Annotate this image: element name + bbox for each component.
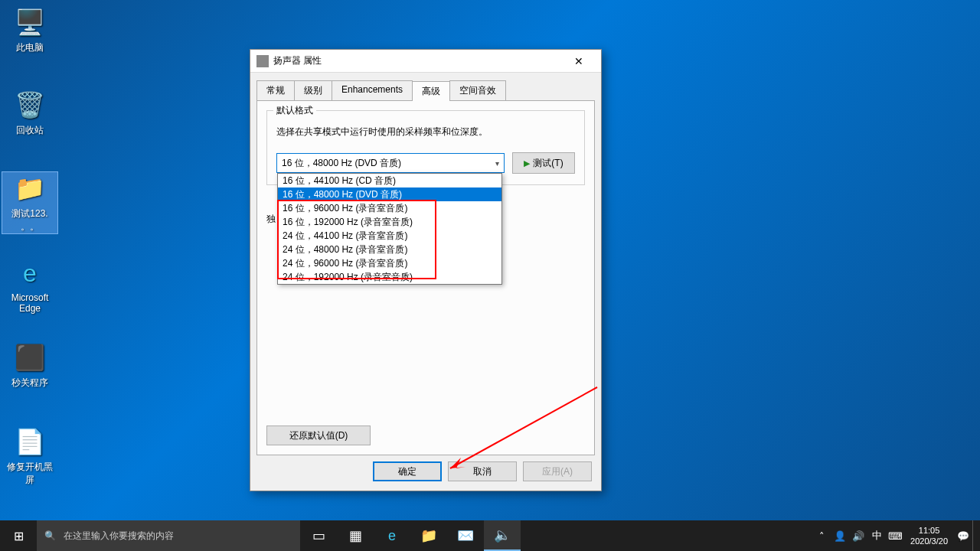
edge-icon: e bbox=[388, 528, 396, 544]
start-button[interactable]: ⊞ bbox=[0, 520, 37, 551]
app-icon: 📄 bbox=[14, 425, 46, 458]
tab-advanced[interactable]: 高级 bbox=[412, 81, 450, 101]
taskbar: ⊞ 🔍在这里输入你要搜索的内容 ▭ ▦ e 📁 ✉️ 🔈 ˄ 👤 🔊 中 ⌨ 1… bbox=[0, 520, 980, 551]
search-placeholder: 在这里输入你要搜索的内容 bbox=[64, 530, 174, 543]
format-option[interactable]: 24 位，192000 Hz (录音室音质) bbox=[278, 270, 501, 284]
keyboard-icon: ⌨ bbox=[888, 530, 903, 542]
search-icon: 🔍 bbox=[44, 530, 56, 541]
task-view-icon: ▭ bbox=[312, 527, 325, 544]
taskbar-edge[interactable]: e bbox=[374, 520, 410, 551]
speaker-icon: 🔈 bbox=[494, 527, 511, 543]
edge-icon: e bbox=[14, 257, 46, 289]
tab-general[interactable]: 常规 bbox=[256, 80, 295, 100]
test-button[interactable]: ▶测试(T) bbox=[512, 152, 575, 174]
taskbar-sound[interactable]: 🔈 bbox=[484, 520, 521, 551]
tray-volume[interactable]: 🔊 bbox=[849, 520, 867, 551]
speaker-properties-dialog: 扬声器 属性 ✕ 常规 级别 Enhancements 高级 空间音效 默认格式… bbox=[250, 49, 602, 491]
sample-format-combo[interactable]: 16 位，48000 Hz (DVD 音质) ▾ 16 位，44100 Hz (… bbox=[276, 153, 505, 173]
combo-value: 16 位，48000 Hz (DVD 音质) bbox=[282, 157, 401, 170]
apply-button: 应用(A) bbox=[523, 461, 592, 481]
tray-keyboard[interactable]: ⌨ bbox=[886, 520, 904, 551]
recycle-bin-icon: 🗑️ bbox=[14, 89, 46, 121]
dialog-button-row: 确定 取消 应用(A) bbox=[250, 461, 601, 491]
tab-strip: 常规 级别 Enhancements 高级 空间音效 bbox=[250, 73, 601, 100]
tray-chevron[interactable]: ˄ bbox=[812, 520, 831, 551]
tab-panel-advanced: 默认格式 选择在共享模式中运行时使用的采样频率和位深度。 16 位，48000 … bbox=[256, 100, 595, 455]
desktop-icon-app2[interactable]: 📄修复开机黑 屏 bbox=[2, 425, 58, 487]
format-option[interactable]: 24 位，48000 Hz (录音室音质) bbox=[278, 243, 501, 256]
clock-time: 11:05 bbox=[910, 525, 948, 536]
taskbar-app[interactable]: ▦ bbox=[337, 520, 374, 551]
people-icon: 👤 bbox=[834, 530, 846, 542]
desktop-icon-app1[interactable]: ⬛秒关程序 bbox=[2, 341, 58, 390]
format-option[interactable]: 16 位，48000 Hz (DVD 音质) bbox=[278, 187, 501, 201]
task-view-button[interactable]: ▭ bbox=[300, 520, 337, 551]
play-icon: ▶ bbox=[524, 158, 530, 168]
format-option[interactable]: 24 位，96000 Hz (录音室音质) bbox=[278, 256, 501, 270]
folder-icon: 📁 bbox=[420, 527, 437, 544]
system-tray: ˄ 👤 🔊 中 ⌨ 11:05 2020/3/20 💬 bbox=[812, 520, 980, 551]
cancel-button[interactable]: 取消 bbox=[448, 461, 517, 481]
notification-icon: 💬 bbox=[957, 530, 969, 542]
app-icon: ⬛ bbox=[14, 341, 46, 373]
mail-icon: ✉️ bbox=[457, 527, 474, 544]
titlebar[interactable]: 扬声器 属性 ✕ bbox=[250, 50, 601, 73]
desktop-icon-folder[interactable]: 📁测试123. 。。 bbox=[2, 171, 58, 234]
tray-people[interactable]: 👤 bbox=[831, 520, 849, 551]
windows-icon: ⊞ bbox=[14, 529, 24, 543]
group-title: 默认格式 bbox=[273, 104, 316, 117]
default-format-group: 默认格式 选择在共享模式中运行时使用的采样频率和位深度。 16 位，48000 … bbox=[266, 110, 585, 185]
format-description: 选择在共享模式中运行时使用的采样频率和位深度。 bbox=[276, 125, 575, 139]
ok-button[interactable]: 确定 bbox=[373, 461, 442, 481]
app-icon: ▦ bbox=[349, 527, 362, 544]
desktop-icon-edge[interactable]: eMicrosoft Edge bbox=[2, 257, 58, 314]
format-option[interactable]: 24 位，44100 Hz (录音室音质) bbox=[278, 229, 501, 243]
desktop-icon-recycle-bin[interactable]: 🗑️回收站 bbox=[2, 89, 58, 137]
format-option[interactable]: 16 位，44100 Hz (CD 音质) bbox=[278, 174, 501, 187]
tab-levels[interactable]: 级别 bbox=[294, 80, 332, 100]
dialog-title: 扬声器 属性 bbox=[273, 54, 322, 67]
folder-icon: 📁 bbox=[14, 172, 46, 204]
format-option[interactable]: 16 位，192000 Hz (录音室音质) bbox=[278, 215, 501, 229]
close-icon: ✕ bbox=[574, 55, 583, 67]
clock-date: 2020/3/20 bbox=[910, 536, 948, 546]
chevron-up-icon: ˄ bbox=[819, 530, 825, 542]
search-box[interactable]: 🔍在这里输入你要搜索的内容 bbox=[37, 520, 300, 551]
close-button[interactable]: ✕ bbox=[563, 51, 595, 72]
format-option[interactable]: 16 位，96000 Hz (录音室音质) bbox=[278, 201, 501, 215]
tray-clock[interactable]: 11:05 2020/3/20 bbox=[904, 525, 954, 546]
restore-defaults-button[interactable]: 还原默认值(D) bbox=[266, 425, 371, 445]
tray-ime[interactable]: 中 bbox=[867, 520, 886, 551]
show-desktop-button[interactable] bbox=[972, 520, 977, 551]
taskbar-mail[interactable]: ✉️ bbox=[447, 520, 484, 551]
exclusive-mode-group-title: 独 bbox=[266, 213, 276, 226]
tab-spatial[interactable]: 空间音效 bbox=[449, 80, 506, 100]
desktop-icon-this-pc[interactable]: 🖥️此电脑 bbox=[2, 6, 58, 54]
volume-icon: 🔊 bbox=[852, 530, 864, 542]
pc-icon: 🖥️ bbox=[14, 6, 46, 38]
chevron-down-icon: ▾ bbox=[495, 159, 499, 168]
speaker-icon bbox=[256, 55, 269, 67]
tab-enhancements[interactable]: Enhancements bbox=[332, 80, 413, 100]
taskbar-explorer[interactable]: 📁 bbox=[410, 520, 447, 551]
tray-notifications[interactable]: 💬 bbox=[954, 520, 972, 551]
sample-format-dropdown: 16 位，44100 Hz (CD 音质) 16 位，48000 Hz (DVD… bbox=[277, 173, 502, 285]
